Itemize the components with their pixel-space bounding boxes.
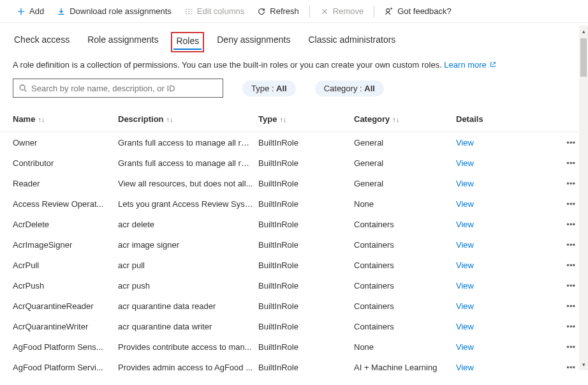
tab-check-access[interactable]: Check access <box>13 31 71 51</box>
cell-name: Reader <box>13 179 118 188</box>
col-header-name[interactable]: Name↑↓ <box>13 114 118 124</box>
category-filter-label: Category : <box>324 84 365 93</box>
view-link[interactable]: View <box>456 260 474 270</box>
table-row[interactable]: AcrPushacr pushBuiltInRoleContainersView… <box>0 275 588 296</box>
scrollbar[interactable]: ▴ ▾ <box>579 26 588 370</box>
row-actions-icon[interactable]: ••• <box>526 199 575 209</box>
cell-description: View all resources, but does not all... <box>118 179 258 188</box>
row-actions-icon[interactable]: ••• <box>526 363 575 372</box>
row-actions-icon[interactable]: ••• <box>526 138 575 147</box>
add-button[interactable]: Add <box>11 4 49 19</box>
scroll-up-icon[interactable]: ▴ <box>579 27 588 36</box>
view-link[interactable]: View <box>456 199 474 209</box>
cell-description: Provides contribute access to man... <box>118 342 258 352</box>
cell-description: acr delete <box>118 220 258 229</box>
view-link[interactable]: View <box>456 158 474 168</box>
table-body: OwnerGrants full access to manage all re… <box>0 132 588 377</box>
cell-type: BuiltInRole <box>258 220 354 229</box>
tab-classic-admins[interactable]: Classic administrators <box>307 31 397 51</box>
row-actions-icon[interactable]: ••• <box>526 260 575 270</box>
view-link[interactable]: View <box>456 363 474 372</box>
cell-name: AgFood Platform Servi... <box>13 363 118 372</box>
cell-category: None <box>354 199 456 209</box>
view-link[interactable]: View <box>456 220 474 229</box>
row-actions-icon[interactable]: ••• <box>526 220 575 229</box>
toolbar: Add Download role assignments Edit colum… <box>0 0 588 23</box>
table-row[interactable]: AcrPullacr pullBuiltInRoleContainersView… <box>0 255 588 275</box>
sort-icon: ↑↓ <box>279 116 286 123</box>
scrollbar-thumb[interactable] <box>580 38 587 77</box>
col-header-description[interactable]: Description↑↓ <box>118 114 258 124</box>
cell-type: BuiltInRole <box>258 240 354 250</box>
table-row[interactable]: AcrQuarantineReaderacr quarantine data r… <box>0 296 588 316</box>
row-actions-icon[interactable]: ••• <box>526 179 575 188</box>
col-header-type[interactable]: Type↑↓ <box>258 114 354 124</box>
col-header-category[interactable]: Category↑↓ <box>354 114 456 124</box>
row-actions-icon[interactable]: ••• <box>526 158 575 168</box>
cell-type: BuiltInRole <box>258 322 354 331</box>
cell-category: General <box>354 138 456 147</box>
table-row[interactable]: AgFood Platform Sens...Provides contribu… <box>0 336 588 357</box>
search-input[interactable] <box>31 84 217 93</box>
row-actions-icon[interactable]: ••• <box>526 240 575 250</box>
feedback-button[interactable]: Got feedback? <box>379 4 457 19</box>
view-link[interactable]: View <box>456 342 474 352</box>
row-actions-icon[interactable]: ••• <box>526 281 575 291</box>
tab-roles[interactable]: Roles <box>171 32 204 52</box>
download-button[interactable]: Download role assignments <box>52 4 177 19</box>
table-row[interactable]: AgFood Platform Servi...Provides admin a… <box>0 357 588 377</box>
view-link[interactable]: View <box>456 179 474 188</box>
category-filter-value: All <box>364 84 375 93</box>
refresh-button[interactable]: Refresh <box>252 4 304 19</box>
table-row[interactable]: AcrQuarantineWriteracr quarantine data w… <box>0 316 588 336</box>
view-link[interactable]: View <box>456 301 474 311</box>
table-row[interactable]: AcrDeleteacr deleteBuiltInRoleContainers… <box>0 214 588 234</box>
cell-category: None <box>354 342 456 352</box>
edit-columns-label: Edit columns <box>197 6 244 16</box>
view-link[interactable]: View <box>456 281 474 291</box>
filter-row: Type : All Category : All <box>0 79 588 107</box>
cell-name: AcrQuarantineWriter <box>13 322 118 331</box>
view-link[interactable]: View <box>456 322 474 331</box>
sort-icon: ↑↓ <box>38 116 45 123</box>
tab-deny-assignments[interactable]: Deny assignments <box>216 31 291 51</box>
cell-name: AcrPush <box>13 281 118 291</box>
view-link[interactable]: View <box>456 138 474 147</box>
cell-type: BuiltInRole <box>258 179 354 188</box>
type-filter-value: All <box>276 84 287 93</box>
download-icon <box>57 7 66 16</box>
learn-more-link[interactable]: Learn more <box>444 60 496 70</box>
cell-type: BuiltInRole <box>258 342 354 352</box>
table-row[interactable]: OwnerGrants full access to manage all re… <box>0 132 588 153</box>
search-box[interactable] <box>13 79 223 98</box>
cell-category: General <box>354 179 456 188</box>
row-actions-icon[interactable]: ••• <box>526 342 575 352</box>
remove-button-label: Remove <box>333 6 364 16</box>
cell-type: BuiltInRole <box>258 363 354 372</box>
cell-description: Lets you grant Access Review Syste... <box>118 199 258 209</box>
view-link[interactable]: View <box>456 240 474 250</box>
svg-point-1 <box>20 85 25 90</box>
scroll-down-icon[interactable]: ▾ <box>579 360 588 369</box>
feedback-icon <box>385 7 393 16</box>
table-header: Name↑↓ Description↑↓ Type↑↓ Category↑↓ D… <box>0 107 588 132</box>
type-filter-pill[interactable]: Type : All <box>242 80 296 96</box>
row-actions-icon[interactable]: ••• <box>526 301 575 311</box>
cell-category: Containers <box>354 240 456 250</box>
cell-description: acr quarantine data writer <box>118 322 258 331</box>
toolbar-separator <box>309 6 310 17</box>
sort-icon: ↑↓ <box>392 116 399 123</box>
cell-name: Contributor <box>13 158 118 168</box>
row-actions-icon[interactable]: ••• <box>526 322 575 331</box>
cell-description: Grants full access to manage all res... <box>118 138 258 147</box>
table-row[interactable]: AcrImageSigneracr image signerBuiltInRol… <box>0 234 588 255</box>
cell-name: AgFood Platform Sens... <box>13 342 118 352</box>
sort-icon: ↑↓ <box>166 116 173 123</box>
category-filter-pill[interactable]: Category : All <box>315 80 384 96</box>
tab-role-assignments[interactable]: Role assignments <box>86 31 159 51</box>
cell-name: AcrDelete <box>13 220 118 229</box>
cell-type: BuiltInRole <box>258 199 354 209</box>
table-row[interactable]: ReaderView all resources, but does not a… <box>0 173 588 193</box>
table-row[interactable]: Access Review Operat...Lets you grant Ac… <box>0 193 588 214</box>
table-row[interactable]: ContributorGrants full access to manage … <box>0 153 588 173</box>
